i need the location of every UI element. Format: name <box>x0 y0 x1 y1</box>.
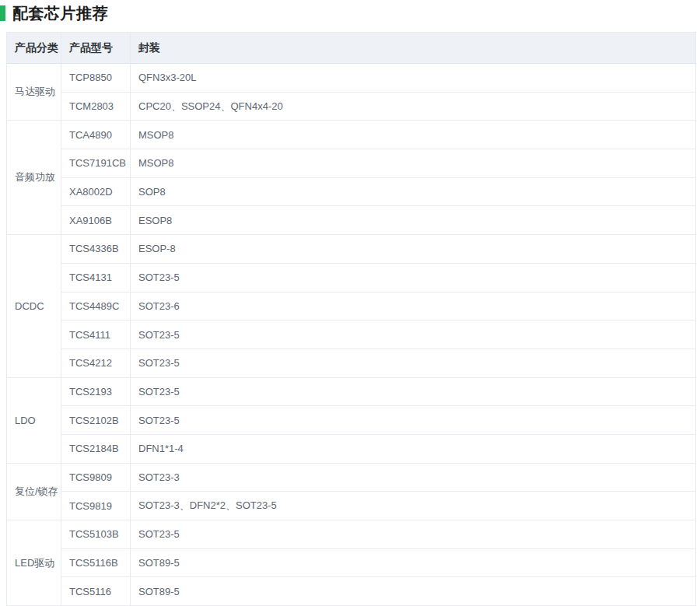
model-cell: TCS7191CB <box>61 149 131 178</box>
table-row: 马达驱动TCP8850QFN3x3-20L <box>7 64 696 93</box>
package-cell: MSOP8 <box>131 149 696 178</box>
category-cell: LED驱动 <box>7 520 61 606</box>
package-cell: DFN1*1-4 <box>131 434 696 463</box>
package-cell: SOT23-5 <box>131 349 696 377</box>
table-row: XA8002DSOP8 <box>7 177 696 206</box>
model-cell: TCS5116B <box>61 548 131 577</box>
package-cell: SOT23-6 <box>131 292 696 321</box>
table-row: 复位/锁存TCS9809SOT23-3 <box>7 463 696 492</box>
model-cell: TCS2193 <box>61 377 131 406</box>
model-cell: TCS9809 <box>61 463 131 492</box>
table-row: TCS5116BSOT89-5 <box>7 548 696 577</box>
model-cell: TCS2102B <box>61 406 131 435</box>
package-cell: QFN3x3-20L <box>131 64 696 93</box>
table-row: TCS5116SOT89-5 <box>7 577 696 606</box>
table-row: TCS4131SOT23-5 <box>7 263 696 292</box>
model-cell: TCS4336B <box>61 235 131 264</box>
package-cell: ESOP8 <box>131 206 696 235</box>
table-header: 产品分类 产品型号 封装 <box>7 33 696 64</box>
package-cell: SOT23-3 <box>131 463 696 492</box>
package-cell: SOT23-5 <box>131 321 696 349</box>
package-cell: SOT23-5 <box>131 406 696 435</box>
page-title: 配套芯片推荐 <box>12 3 108 24</box>
package-cell: SOT23-5 <box>131 520 696 549</box>
package-cell: SOP8 <box>131 177 696 206</box>
model-cell: TCS4489C <box>61 292 131 321</box>
model-cell: TCS4111 <box>61 321 131 349</box>
package-cell: SOT23-5 <box>131 377 696 406</box>
package-cell: SOT23-3、DFN2*2、SOT23-5 <box>131 492 696 520</box>
package-cell: CPC20、SSOP24、QFN4x4-20 <box>131 92 696 121</box>
category-cell: 马达驱动 <box>7 64 61 121</box>
table-row: LED驱动TCS5103BSOT23-5 <box>7 520 696 549</box>
model-cell: TCS4131 <box>61 263 131 292</box>
category-cell: DCDC <box>7 235 61 377</box>
model-cell: XA8002D <box>61 177 131 206</box>
page: 配套芯片推荐 产品分类 产品型号 封装 马达驱动TCP8850QFN3x3-20… <box>0 0 700 606</box>
table-row: TCS2184BDFN1*1-4 <box>7 434 696 463</box>
model-cell: TCM2803 <box>61 92 131 121</box>
model-cell: TCS2184B <box>61 434 131 463</box>
table-row: TCM2803CPC20、SSOP24、QFN4x4-20 <box>7 92 696 121</box>
category-cell: LDO <box>7 377 61 463</box>
model-cell: TCS5116 <box>61 577 131 606</box>
chip-recommendation-table: 产品分类 产品型号 封装 马达驱动TCP8850QFN3x3-20LTCM280… <box>6 32 696 606</box>
package-cell: SOT89-5 <box>131 577 696 606</box>
header-package: 封装 <box>131 33 696 64</box>
table-row: DCDCTCS4336BESOP-8 <box>7 235 696 264</box>
table-row: 音频功放TCA4890MSOP8 <box>7 121 696 149</box>
section-header: 配套芯片推荐 <box>0 2 700 25</box>
package-cell: SOT89-5 <box>131 548 696 577</box>
model-cell: TCS4212 <box>61 349 131 377</box>
accent-bar-icon <box>0 5 5 21</box>
package-cell: SOT23-5 <box>131 263 696 292</box>
table-row: LDOTCS2193SOT23-5 <box>7 377 696 406</box>
model-cell: TCA4890 <box>61 121 131 149</box>
model-cell: TCS5103B <box>61 520 131 549</box>
table-body: 马达驱动TCP8850QFN3x3-20LTCM2803CPC20、SSOP24… <box>7 64 696 606</box>
table-header-row: 产品分类 产品型号 封装 <box>7 33 696 64</box>
model-cell: TCS9819 <box>61 492 131 520</box>
model-cell: TCP8850 <box>61 64 131 93</box>
category-cell: 复位/锁存 <box>7 463 61 520</box>
header-category: 产品分类 <box>7 33 61 64</box>
table-row: TCS4489CSOT23-6 <box>7 292 696 321</box>
header-model: 产品型号 <box>61 33 131 64</box>
model-cell: XA9106B <box>61 206 131 235</box>
table-row: TCS9819SOT23-3、DFN2*2、SOT23-5 <box>7 492 696 520</box>
table-row: TCS4111SOT23-5 <box>7 321 696 349</box>
table-row: TCS4212SOT23-5 <box>7 349 696 377</box>
table-row: TCS7191CBMSOP8 <box>7 149 696 178</box>
category-cell: 音频功放 <box>7 121 61 235</box>
table-row: XA9106BESOP8 <box>7 206 696 235</box>
package-cell: MSOP8 <box>131 121 696 149</box>
table-row: TCS2102BSOT23-5 <box>7 406 696 435</box>
package-cell: ESOP-8 <box>131 235 696 264</box>
